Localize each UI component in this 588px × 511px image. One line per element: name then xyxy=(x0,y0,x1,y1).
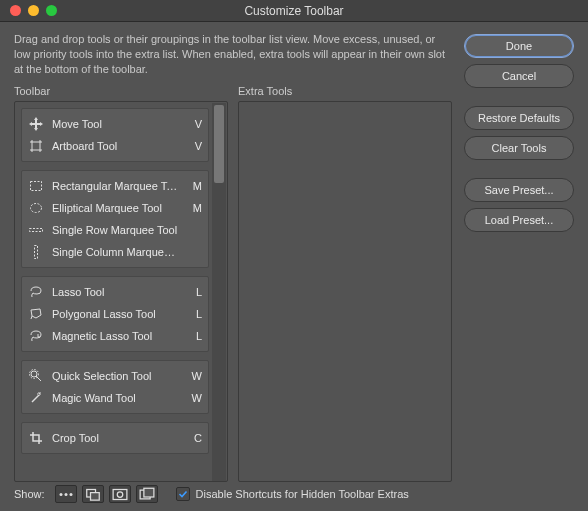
tool-shortcut: V xyxy=(188,140,202,152)
show-label: Show: xyxy=(14,488,45,500)
window-title: Customize Toolbar xyxy=(0,4,588,18)
tool-name: Crop Tool xyxy=(52,432,180,444)
extra-tools-list[interactable] xyxy=(238,101,452,482)
tool-name: Rectangular Marquee Tool xyxy=(52,180,180,192)
quick-select-icon xyxy=(28,368,44,384)
tool-group[interactable]: Quick Selection ToolWMagic Wand ToolW xyxy=(21,360,209,414)
overflow-icon[interactable] xyxy=(55,485,77,503)
artboard-icon xyxy=(28,138,44,154)
tool-name: Single Row Marquee Tool xyxy=(52,224,180,236)
tool-name: Move Tool xyxy=(52,118,180,130)
disable-shortcuts-label: Disable Shortcuts for Hidden Toolbar Ext… xyxy=(196,488,409,500)
tool-name: Single Column Marquee Tool xyxy=(52,246,180,258)
lasso-icon xyxy=(28,284,44,300)
tool-name: Elliptical Marquee Tool xyxy=(52,202,180,214)
foreground-background-icon[interactable] xyxy=(82,485,104,503)
tool-group[interactable]: Move ToolVArtboard ToolV xyxy=(21,108,209,162)
cancel-button[interactable]: Cancel xyxy=(464,64,574,88)
screen-mode-icon[interactable] xyxy=(136,485,158,503)
tool-shortcut: M xyxy=(188,180,202,192)
tool-shortcut: M xyxy=(188,202,202,214)
tool-name: Lasso Tool xyxy=(52,286,180,298)
svg-rect-0 xyxy=(32,142,40,150)
move-icon xyxy=(28,116,44,132)
quick-mask-icon[interactable] xyxy=(109,485,131,503)
clear-tools-button[interactable]: Clear Tools xyxy=(464,136,574,160)
tool-row[interactable]: Single Row Marquee Tool xyxy=(28,219,202,241)
tool-shortcut: V xyxy=(188,118,202,130)
tool-shortcut: W xyxy=(188,392,202,404)
tool-shortcut: W xyxy=(188,370,202,382)
tool-name: Artboard Tool xyxy=(52,140,180,152)
load-preset-button[interactable]: Load Preset... xyxy=(464,208,574,232)
tool-row[interactable]: Quick Selection ToolW xyxy=(28,365,202,387)
mag-lasso-icon xyxy=(28,328,44,344)
titlebar: Customize Toolbar xyxy=(0,0,588,22)
col-marquee-icon xyxy=(28,244,44,260)
tool-group[interactable]: Lasso ToolLPolygonal Lasso ToolLMagnetic… xyxy=(21,276,209,352)
tool-row[interactable]: Magnetic Lasso ToolL xyxy=(28,325,202,347)
magic-wand-icon xyxy=(28,390,44,406)
toolbar-header: Toolbar xyxy=(14,85,228,97)
tool-shortcut: C xyxy=(188,432,202,444)
tool-row[interactable]: Polygonal Lasso ToolL xyxy=(28,303,202,325)
ellipse-marquee-icon xyxy=(28,200,44,216)
tool-name: Magnetic Lasso Tool xyxy=(52,330,180,342)
save-preset-button[interactable]: Save Preset... xyxy=(464,178,574,202)
row-marquee-icon xyxy=(28,222,44,238)
tool-name: Polygonal Lasso Tool xyxy=(52,308,180,320)
checkbox-icon xyxy=(176,487,190,501)
tool-shortcut: L xyxy=(188,286,202,298)
restore-defaults-button[interactable]: Restore Defaults xyxy=(464,106,574,130)
footer: Show: Disable Shortcuts for Hidden Toolb… xyxy=(14,485,574,503)
scroll-thumb[interactable] xyxy=(214,105,224,183)
svg-point-7 xyxy=(59,493,62,496)
crop-icon xyxy=(28,430,44,446)
rect-marquee-icon xyxy=(28,178,44,194)
tool-group[interactable]: Crop ToolC xyxy=(21,422,209,454)
disable-shortcuts-checkbox[interactable]: Disable Shortcuts for Hidden Toolbar Ext… xyxy=(176,487,409,501)
svg-rect-11 xyxy=(90,492,99,500)
tool-row[interactable]: Magic Wand ToolW xyxy=(28,387,202,409)
svg-rect-3 xyxy=(30,228,43,231)
svg-rect-15 xyxy=(143,488,153,497)
tool-row[interactable]: Elliptical Marquee ToolM xyxy=(28,197,202,219)
tool-row[interactable]: Single Column Marquee Tool xyxy=(28,241,202,263)
instructions-text: Drag and drop tools or their groupings i… xyxy=(14,32,452,77)
svg-rect-12 xyxy=(113,489,127,499)
tool-group[interactable]: Rectangular Marquee ToolMElliptical Marq… xyxy=(21,170,209,268)
extra-tools-header: Extra Tools xyxy=(238,85,452,97)
svg-rect-1 xyxy=(31,181,42,190)
tool-row[interactable]: Lasso ToolL xyxy=(28,281,202,303)
poly-lasso-icon xyxy=(28,306,44,322)
scrollbar[interactable] xyxy=(212,103,226,482)
svg-rect-4 xyxy=(35,245,38,258)
tool-row[interactable]: Crop ToolC xyxy=(28,427,202,449)
tool-shortcut: L xyxy=(188,330,202,342)
svg-point-2 xyxy=(31,203,42,212)
tool-row[interactable]: Rectangular Marquee ToolM xyxy=(28,175,202,197)
svg-point-8 xyxy=(64,493,67,496)
svg-point-9 xyxy=(69,493,72,496)
tool-name: Quick Selection Tool xyxy=(52,370,180,382)
toolbar-list[interactable]: Move ToolVArtboard ToolVRectangular Marq… xyxy=(14,101,228,482)
done-button[interactable]: Done xyxy=(464,34,574,58)
tool-row[interactable]: Move ToolV xyxy=(28,113,202,135)
svg-point-13 xyxy=(117,491,123,497)
tool-shortcut: L xyxy=(188,308,202,320)
tool-name: Magic Wand Tool xyxy=(52,392,180,404)
tool-row[interactable]: Artboard ToolV xyxy=(28,135,202,157)
